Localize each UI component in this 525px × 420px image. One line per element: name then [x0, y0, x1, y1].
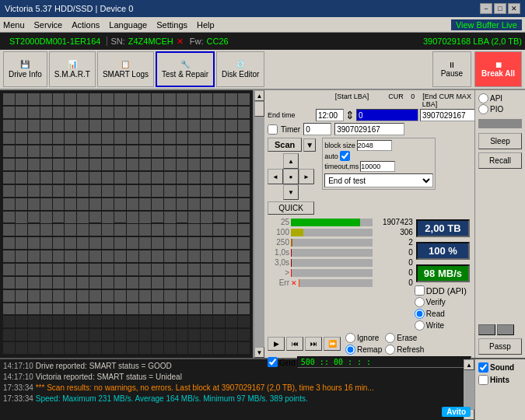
grid-cell: [238, 212, 250, 223]
nav-left-button[interactable]: ◄: [268, 169, 283, 184]
time-input[interactable]: [316, 109, 344, 121]
verify-radio[interactable]: [415, 297, 425, 307]
grid-cell: [226, 212, 237, 223]
start-lba-input[interactable]: [356, 109, 418, 121]
grid-cell: [139, 303, 151, 315]
pio-radio[interactable]: [478, 104, 488, 114]
refresh-radio[interactable]: [385, 345, 395, 355]
timer-input[interactable]: [303, 123, 331, 135]
grid-cell: [53, 250, 65, 262]
ddd-checkbox[interactable]: [415, 285, 425, 296]
read-radio[interactable]: [415, 309, 425, 319]
grid-cell: [213, 107, 225, 118]
erase-radio[interactable]: [385, 333, 395, 343]
end-test-select[interactable]: End of test: [324, 173, 433, 187]
menu-item-language[interactable]: Language: [109, 20, 147, 30]
grid-cell: [89, 290, 101, 302]
drive-info-button[interactable]: 💾 Drive Info: [3, 51, 47, 87]
small-btn-1[interactable]: [478, 324, 495, 335]
scan-dropdown-button[interactable]: ▼: [303, 138, 316, 152]
view-buffer-button[interactable]: View Buffer Live: [451, 19, 522, 30]
grid-cell: [226, 159, 237, 170]
write-radio[interactable]: [415, 320, 425, 331]
grid-cell: [28, 237, 40, 249]
grid-cell: [40, 316, 52, 327]
write-label: Write: [426, 321, 444, 330]
play-button[interactable]: ▶: [268, 337, 285, 351]
grid-cell: [127, 237, 138, 249]
disk-editor-button[interactable]: 💿 Disk Editor: [216, 51, 264, 87]
minimize-button[interactable]: −: [480, 3, 492, 14]
menu-item-menu[interactable]: Menu: [3, 20, 25, 30]
smart-button[interactable]: 📊 S.M.A.R.T: [49, 51, 96, 87]
scroll-up-button[interactable]: ▲: [254, 90, 264, 101]
action-options: Ignore Remap Erase: [345, 333, 424, 355]
grid-cell: [40, 290, 52, 302]
grid-cell: [164, 329, 176, 341]
maximize-button[interactable]: □: [494, 3, 506, 14]
menu-item-actions[interactable]: Actions: [72, 20, 100, 30]
grid-cell: [139, 212, 151, 223]
block-size-input[interactable]: [357, 140, 392, 151]
auto-checkbox[interactable]: [340, 151, 350, 161]
stat-val-250: 2: [374, 238, 413, 247]
pause-button[interactable]: ⏸ Pause: [432, 51, 471, 87]
serial-number: Z4Z4MCEH: [128, 37, 173, 46]
timer-checkbox[interactable]: [268, 124, 278, 135]
ignore-option: Ignore: [345, 333, 382, 343]
grid-cell: [3, 342, 15, 354]
sound-checkbox[interactable]: [478, 362, 488, 373]
grid-cell: [102, 237, 114, 249]
end-time-label: End time: [268, 111, 314, 119]
zero-header: 0: [405, 93, 421, 108]
api-radio[interactable]: [478, 93, 488, 103]
nav-center-button[interactable]: ●: [283, 169, 299, 184]
time-spinner[interactable]: ⇕: [345, 109, 355, 121]
scroll-down-button[interactable]: ▼: [254, 347, 264, 358]
menu-item-settings[interactable]: Settings: [156, 20, 187, 30]
timeout-input[interactable]: [360, 161, 395, 172]
break-all-button[interactable]: ⏹ Break All: [474, 51, 522, 87]
sleep-button[interactable]: Sleep: [478, 133, 522, 149]
menu-item-service[interactable]: Service: [34, 20, 63, 30]
close-button[interactable]: ✕: [508, 3, 520, 14]
menu-item-help[interactable]: Help: [197, 20, 215, 30]
drive-info-icon: 💾: [20, 60, 30, 68]
quick-button[interactable]: QUICK: [268, 201, 314, 215]
small-btn-2[interactable]: [497, 324, 514, 335]
hints-checkbox[interactable]: [478, 375, 488, 385]
next-button[interactable]: ⏩: [324, 337, 341, 351]
recall-button[interactable]: Recall: [478, 152, 522, 169]
stop-button[interactable]: ⏮: [286, 337, 303, 351]
log-scroll-up[interactable]: ▲: [464, 359, 474, 370]
grid-cell: [226, 185, 237, 197]
grid-cell: [65, 145, 76, 157]
nav-right-button[interactable]: ►: [299, 169, 314, 184]
grid-cell: [53, 185, 65, 197]
log-line-2: 14:17:10 Victoria reported: SMART status…: [3, 372, 460, 383]
timer-row: Timer: [268, 123, 471, 135]
nav-up-button[interactable]: ▲: [283, 153, 299, 169]
grid-cell: [201, 212, 212, 223]
grid-cell: [102, 185, 114, 197]
nav-down-button[interactable]: ▼: [283, 184, 299, 200]
remap-radio[interactable]: [345, 345, 355, 355]
scan-button[interactable]: Scan: [268, 138, 302, 152]
grid-cell: [188, 264, 200, 275]
speed-display: 98 MB/s: [416, 264, 470, 282]
grid-cell: [102, 264, 114, 275]
lba-cur-input[interactable]: [334, 123, 404, 135]
device-close-button[interactable]: ✕: [173, 37, 187, 47]
prev-button[interactable]: ⏭: [305, 337, 322, 351]
scan-scrollbar[interactable]: ▲ ▼: [254, 90, 264, 358]
ignore-radio[interactable]: [345, 333, 355, 343]
grid-cell: [177, 172, 188, 184]
grid-cell: [16, 250, 27, 262]
passp-button[interactable]: Passp: [478, 338, 522, 355]
grid-cell: [177, 290, 188, 302]
grid-cell: [152, 316, 163, 327]
smart-logs-button[interactable]: 📋 SMART Logs: [97, 51, 154, 87]
grid-cell: [65, 290, 76, 302]
test-repair-button[interactable]: 🔧 Test & Repair: [156, 51, 215, 87]
scroll-thumb[interactable]: [254, 101, 264, 117]
